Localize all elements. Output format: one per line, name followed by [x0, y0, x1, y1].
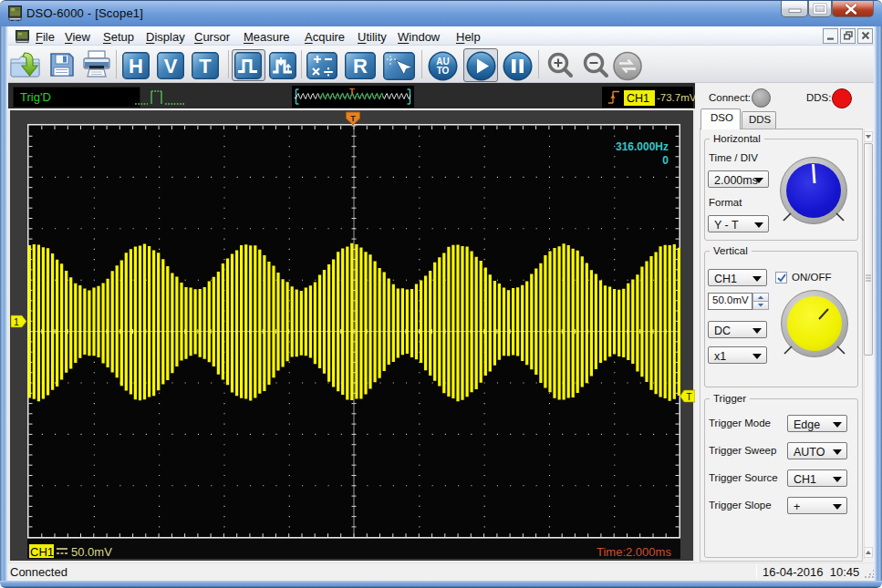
svg-text:316.000Hz: 316.000Hz — [616, 140, 669, 153]
svg-text:T: T — [686, 391, 692, 402]
svg-text:T: T — [350, 114, 356, 123]
svg-text:T: T — [199, 55, 212, 77]
svg-text:1: 1 — [14, 316, 19, 327]
svg-text:0: 0 — [662, 154, 669, 167]
svg-text:V: V — [164, 55, 178, 77]
svg-text:AU: AU — [436, 57, 449, 67]
svg-text:R: R — [353, 55, 368, 77]
svg-text:TO: TO — [437, 66, 450, 76]
svg-text:T: T — [349, 86, 355, 96]
svg-text:H: H — [129, 55, 143, 77]
